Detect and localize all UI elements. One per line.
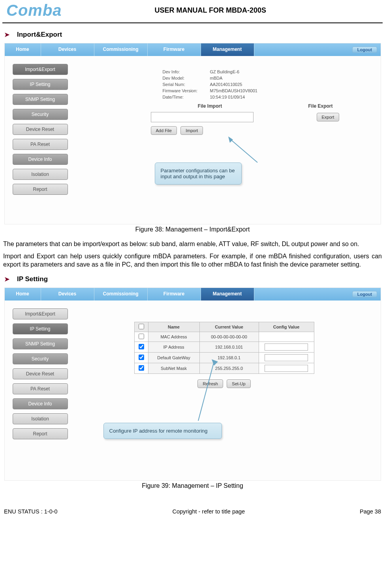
table-row: IP Address 192.168.0.101: [134, 342, 314, 353]
page-header: Comba USER MANUAL FOR MBDA-200S: [2, 0, 383, 23]
paragraph-1: The parameters that can be import/export…: [3, 240, 382, 248]
section-heading-import-export: ➤ Inport&Export: [2, 30, 383, 39]
row-checkbox[interactable]: [139, 344, 144, 349]
triangle-bullet-icon: ➤: [4, 30, 10, 39]
top-nav: Home Devices Commissioning Firmware Mana…: [5, 43, 381, 56]
cell-name: IP Address: [148, 342, 199, 353]
cell-name: Default GateWay: [148, 353, 199, 363]
footer-right: Page 38: [360, 508, 381, 515]
content-area: Name Current Value Config Value MAC Addr…: [5, 301, 381, 470]
section-title: IP Setting: [17, 275, 48, 283]
section-heading-ip-setting: ➤ IP Setting: [2, 275, 383, 284]
figure-38-caption: Figure 38: Management – Import&Export: [2, 226, 383, 233]
file-export-heading: File Export: [281, 103, 360, 109]
nav-home[interactable]: Home: [5, 43, 41, 56]
nav-commissioning[interactable]: Commissioning: [94, 43, 148, 56]
config-input[interactable]: [265, 343, 308, 351]
footer-center: Copyright - refer to title page: [172, 508, 245, 515]
label: Dev Info:: [163, 69, 210, 74]
svg-marker-1: [228, 136, 233, 143]
value: 10:54:19 01/09/14: [210, 95, 245, 99]
table-row: MAC Address 00-00-00-00-00-00: [134, 332, 314, 342]
label: Serial Num:: [163, 82, 210, 87]
callout-box: Parameter configurations can be input an…: [155, 162, 242, 185]
nav-devices[interactable]: Devices: [41, 43, 94, 56]
setup-button[interactable]: Set-Up: [227, 379, 250, 388]
cell-current: 192.168.0.1: [199, 353, 259, 363]
footer-left: ENU STATUS : 1-0-0: [4, 508, 58, 515]
ip-config-table: Name Current Value Config Value MAC Addr…: [134, 322, 314, 374]
cell-name: SubNet Mask: [148, 363, 199, 374]
table-row: SubNet Mask 255.255.255.0: [134, 363, 314, 374]
th-current: Current Value: [199, 322, 259, 332]
cell-current: 192.168.0.101: [199, 342, 259, 353]
paragraph-2: Import and Export can help users quickly…: [3, 252, 382, 269]
page-footer: ENU STATUS : 1-0-0 Copyright - refer to …: [2, 497, 383, 519]
svg-line-0: [230, 139, 257, 162]
cell-name: MAC Address: [148, 332, 199, 342]
section-title: Inport&Export: [17, 31, 62, 39]
refresh-button[interactable]: Refresh: [197, 379, 223, 388]
row-checkbox[interactable]: [139, 365, 144, 371]
nav-logout[interactable]: Logout: [349, 43, 381, 56]
label: Firmware Version:: [163, 88, 210, 93]
nav-firmware[interactable]: Firmware: [148, 288, 201, 301]
add-file-button[interactable]: Add File: [151, 126, 177, 135]
label: Date/Time:: [163, 95, 210, 99]
nav-spacer: [254, 288, 349, 301]
nav-commissioning[interactable]: Commissioning: [94, 288, 148, 301]
doc-title: USER MANUAL FOR MBDA-200S: [62, 6, 383, 15]
callout-box: Configure IP address for remote monitori…: [103, 423, 222, 439]
value: M75mBDAUSH10V8001: [210, 88, 257, 93]
file-import-heading: File Import: [139, 103, 281, 109]
file-path-input[interactable]: [151, 112, 254, 122]
nav-devices[interactable]: Devices: [41, 288, 94, 301]
logo: Comba: [2, 2, 62, 19]
th-name: Name: [148, 322, 199, 332]
label: Dev Model:: [163, 76, 210, 80]
nav-logout[interactable]: Logout: [349, 288, 381, 301]
figure-38: Home Devices Commissioning Firmware Mana…: [4, 43, 381, 224]
config-input[interactable]: [265, 365, 308, 372]
nav-home[interactable]: Home: [5, 288, 41, 301]
import-button[interactable]: Import: [180, 126, 203, 135]
value: mBDA: [210, 76, 223, 80]
row-checkbox[interactable]: [139, 355, 144, 360]
cell-config: [259, 332, 314, 342]
export-button[interactable]: Export: [317, 113, 340, 121]
th-config: Config Value: [259, 322, 314, 332]
config-input[interactable]: [265, 354, 308, 361]
triangle-bullet-icon: ➤: [4, 275, 10, 284]
nav-management[interactable]: Management: [201, 288, 254, 301]
device-info-block: Dev Info:GZ BuildingE-6 Dev Model:mBDA S…: [163, 69, 373, 99]
value: AA20140110025: [210, 82, 242, 87]
figure-39: Home Devices Commissioning Firmware Mana…: [4, 287, 381, 481]
cell-current: 00-00-00-00-00-00: [199, 332, 259, 342]
cell-current: 255.255.255.0: [199, 363, 259, 374]
nav-management[interactable]: Management: [201, 43, 254, 56]
table-row: Default GateWay 192.168.0.1: [134, 353, 314, 363]
content-area: Dev Info:GZ BuildingE-6 Dev Model:mBDA S…: [5, 56, 381, 226]
value: GZ BuildingE-6: [210, 69, 240, 74]
checkbox-all[interactable]: [139, 324, 144, 329]
nav-firmware[interactable]: Firmware: [148, 43, 201, 56]
row-checkbox[interactable]: [139, 334, 144, 339]
nav-spacer: [254, 43, 349, 56]
figure-39-caption: Figure 39: Management – IP Setting: [2, 482, 383, 489]
top-nav: Home Devices Commissioning Firmware Mana…: [5, 288, 381, 301]
